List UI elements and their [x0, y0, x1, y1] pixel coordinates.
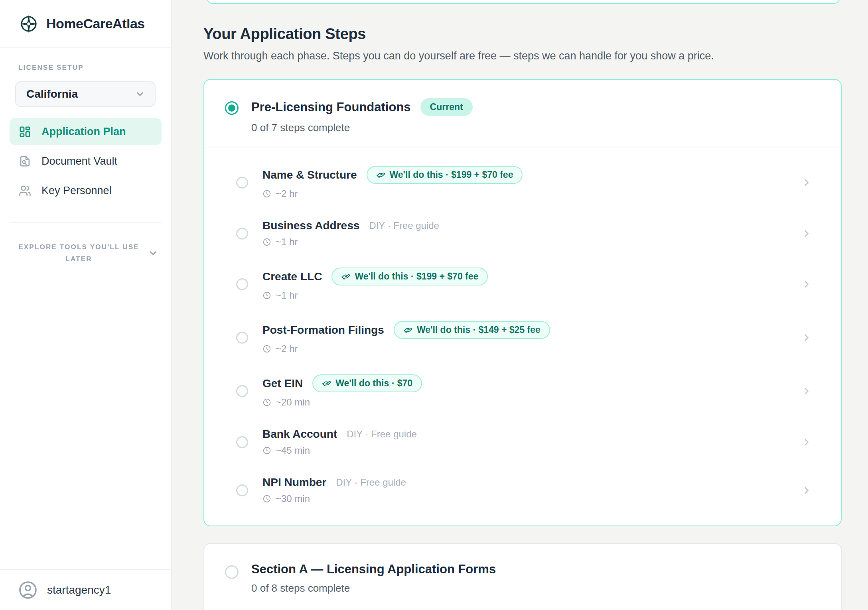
page-title: Your Application Steps — [203, 26, 868, 43]
phase-title: Pre-Licensing Foundations — [251, 100, 411, 114]
username: startagency1 — [47, 584, 111, 596]
step-title: NPI Number — [262, 476, 326, 489]
phase-radio-selected[interactable] — [225, 101, 239, 115]
service-badge: We'll do this · $199 + $70 fee — [367, 166, 523, 184]
chevron-right-icon — [801, 177, 812, 188]
page-subtitle: Work through each phase. Steps you can d… — [203, 50, 868, 62]
step-row[interactable]: Business Address DIY · Free guide ~1 hr — [204, 209, 841, 258]
layout-dashboard-icon — [19, 126, 31, 138]
service-badge: We'll do this · $149 + $25 fee — [394, 321, 550, 339]
sidebar-divider — [10, 222, 162, 223]
phase-header-section-a[interactable]: Section A — Licensing Application Forms … — [204, 544, 841, 608]
sidebar-nav: Application Plan Document Vault — [10, 118, 162, 207]
step-radio[interactable] — [236, 332, 248, 344]
step-row[interactable]: Bank Account DIY · Free guide ~45 min — [204, 418, 841, 466]
chevron-right-icon — [801, 228, 812, 239]
step-title: Name & Structure — [262, 169, 357, 181]
brand: HomeCareAtlas — [0, 0, 171, 48]
chevron-right-icon — [801, 332, 812, 343]
nav-label: Document Vault — [41, 155, 117, 167]
user-avatar-icon — [18, 580, 37, 600]
phase-progress: 0 of 8 steps complete — [251, 582, 496, 594]
diy-label: DIY · Free guide — [336, 477, 406, 488]
nav-label: Application Plan — [41, 126, 126, 138]
phase-radio-unselected[interactable] — [225, 565, 239, 579]
step-body: Bank Account DIY · Free guide ~45 min — [262, 428, 801, 456]
step-body: Create LLC We'll do this · $199 + $70 fe… — [262, 268, 801, 301]
step-body: Post-Formation Filings We'll do this · $… — [262, 321, 801, 354]
step-time: ~2 hr — [262, 343, 801, 354]
step-time: ~30 min — [262, 493, 801, 504]
compass-logo-icon — [18, 14, 39, 34]
state-selector-value: California — [26, 88, 78, 100]
phase-header-text: Pre-Licensing Foundations Current 0 of 7… — [251, 98, 473, 134]
phase-card-pre-licensing: Pre-Licensing Foundations Current 0 of 7… — [203, 79, 842, 526]
step-time: ~2 hr — [262, 188, 801, 199]
step-time: ~45 min — [262, 445, 801, 456]
step-row[interactable]: Create LLC We'll do this · $199 + $70 fe… — [204, 258, 841, 311]
step-row[interactable]: Post-Formation Filings We'll do this · $… — [204, 311, 841, 364]
sidebar-item-document-vault[interactable]: Document Vault — [10, 148, 162, 175]
step-radio[interactable] — [236, 385, 248, 397]
helping-hand-icon — [341, 272, 350, 281]
step-body: Business Address DIY · Free guide ~1 hr — [262, 219, 801, 248]
step-title: Bank Account — [262, 428, 337, 441]
step-time: ~20 min — [262, 397, 801, 408]
user-account[interactable]: startagency1 — [0, 569, 171, 610]
service-badge: We'll do this · $199 + $70 fee — [331, 268, 488, 285]
helping-hand-icon — [403, 325, 412, 335]
brand-name: HomeCareAtlas — [46, 16, 145, 31]
step-radio[interactable] — [236, 228, 248, 240]
sidebar-item-application-plan[interactable]: Application Plan — [10, 118, 162, 145]
clock-icon — [262, 494, 271, 503]
current-badge: Current — [420, 98, 473, 116]
phase-card-section-a: Section A — Licensing Application Forms … — [203, 543, 842, 610]
sidebar-item-key-personnel[interactable]: Key Personnel — [10, 177, 162, 204]
chevron-down-icon — [135, 89, 145, 99]
chevron-down-icon — [148, 248, 158, 258]
step-title: Get EIN — [262, 377, 303, 390]
sidebar-body: LICENSE SETUP California Application Pla… — [0, 48, 171, 569]
step-row[interactable]: NPI Number DIY · Free guide ~30 min — [204, 466, 841, 514]
sidebar: HomeCareAtlas LICENSE SETUP California A… — [0, 0, 172, 610]
app-root: HomeCareAtlas LICENSE SETUP California A… — [0, 0, 868, 610]
clock-icon — [262, 398, 271, 407]
diy-label: DIY · Free guide — [369, 220, 439, 231]
clock-icon — [262, 189, 271, 198]
diy-label: DIY · Free guide — [347, 429, 417, 440]
step-title: Business Address — [262, 219, 359, 232]
clock-icon — [262, 238, 271, 246]
chevron-right-icon — [801, 437, 812, 448]
chevron-right-icon — [801, 386, 812, 397]
service-badge: We'll do this · $70 — [312, 374, 422, 392]
clock-icon — [262, 446, 271, 455]
step-row[interactable]: Get EIN We'll do this · $70 ~20 min — [204, 364, 841, 418]
helping-hand-icon — [322, 379, 331, 388]
step-title: Post-Formation Filings — [262, 324, 384, 336]
step-time: ~1 hr — [262, 236, 801, 248]
file-search-icon — [19, 155, 31, 167]
step-radio[interactable] — [236, 278, 248, 290]
explore-tools-label: EXPLORE TOOLS YOU'LL USE LATER — [13, 241, 145, 265]
license-setup-label: LICENSE SETUP — [18, 64, 171, 72]
step-body: Get EIN We'll do this · $70 ~20 min — [262, 374, 801, 408]
step-time: ~1 hr — [262, 290, 801, 301]
step-body: Name & Structure We'll do this · $199 + … — [262, 166, 801, 199]
main-content: Your Application Steps Work through each… — [172, 0, 868, 610]
step-body: NPI Number DIY · Free guide ~30 min — [262, 476, 801, 504]
step-radio[interactable] — [236, 484, 248, 496]
users-icon — [19, 185, 31, 197]
clock-icon — [262, 291, 271, 300]
phase-header-text: Section A — Licensing Application Forms … — [251, 562, 496, 594]
clock-icon — [262, 344, 271, 353]
previous-card-bottom-edge — [207, 0, 840, 4]
state-selector[interactable]: California — [15, 81, 156, 107]
phase-header-pre-licensing[interactable]: Pre-Licensing Foundations Current 0 of 7… — [204, 80, 841, 148]
steps-list: Name & Structure We'll do this · $199 + … — [204, 148, 841, 525]
chevron-right-icon — [801, 279, 812, 290]
explore-tools-toggle[interactable]: EXPLORE TOOLS YOU'LL USE LATER — [8, 241, 164, 265]
step-radio[interactable] — [236, 177, 248, 189]
step-row[interactable]: Name & Structure We'll do this · $199 + … — [204, 156, 841, 209]
step-radio[interactable] — [236, 436, 248, 448]
nav-label: Key Personnel — [41, 185, 112, 197]
